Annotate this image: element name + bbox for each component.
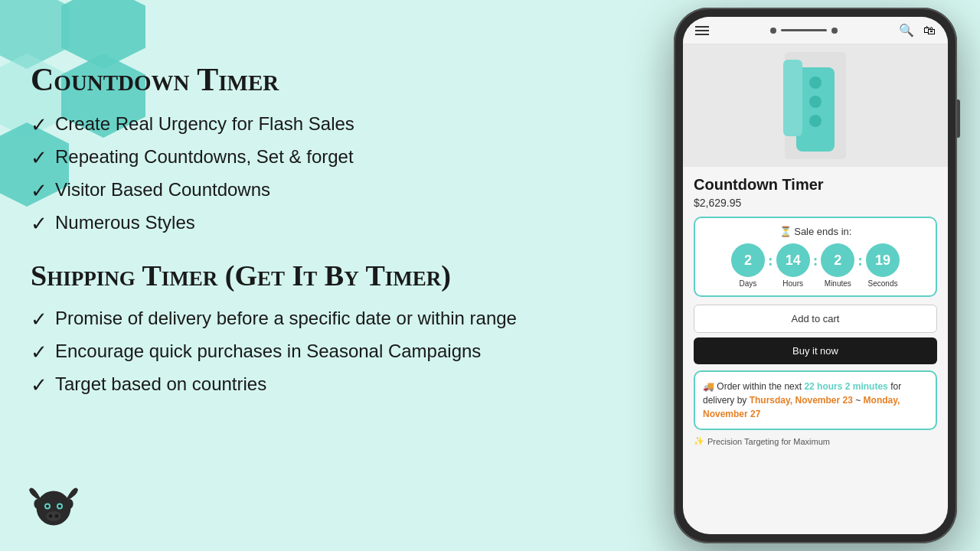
search-icon[interactable]: 🔍 — [899, 23, 914, 37]
checkmark-2: ✓ — [31, 146, 47, 170]
product-svg — [739, 52, 892, 159]
shipping-text-before: Order within the next — [717, 381, 802, 392]
minutes-label: Minutes — [825, 279, 851, 288]
phone-notch — [770, 28, 838, 34]
svg-point-3 — [46, 505, 49, 508]
bull-logo — [23, 474, 84, 536]
svg-point-7 — [55, 514, 59, 518]
shipping-timer-title: Shipping Timer (Get It By Timer) — [31, 259, 628, 292]
phone-screen: 🔍 🛍 — [683, 17, 948, 534]
svg-point-13 — [809, 96, 822, 108]
add-to-cart-button[interactable]: Add to cart — [694, 305, 937, 333]
feature-item-3: ✓ Visitor Based Countdowns — [31, 179, 628, 203]
countdown-hours: 14 Hours — [776, 243, 810, 288]
phone-frame: 🔍 🛍 — [674, 8, 957, 543]
feature-item-1: ✓ Create Real Urgency for Flash Sales — [31, 113, 628, 137]
minutes-circle: 2 — [821, 243, 854, 277]
countdown-feature-list: ✓ Create Real Urgency for Flash Sales ✓ … — [31, 113, 628, 236]
phone-side-button — [957, 99, 960, 138]
delivery-date-start: Thursday, November 23 — [750, 395, 853, 406]
precision-text: Precision Targeting for Maximum — [707, 437, 830, 446]
svg-point-8 — [34, 499, 41, 509]
countdown-seconds: 19 Seconds — [866, 243, 900, 288]
product-price: $2,629.95 — [694, 197, 937, 209]
shipping-time-highlight: 22 hours 2 minutes — [804, 381, 887, 392]
camera-dot — [770, 28, 776, 34]
countdown-days: 2 Days — [731, 243, 765, 288]
colon-3: : — [858, 252, 863, 269]
seconds-circle: 19 — [866, 243, 900, 277]
shipping-feature-item-2: ✓ Encourage quick purchases in Seasonal … — [31, 341, 628, 364]
svg-point-9 — [66, 499, 74, 509]
bag-icon[interactable]: 🛍 — [923, 24, 936, 37]
phone-top-bar: 🔍 🛍 — [683, 17, 948, 44]
shipping-widget: 🚚 Order within the next 22 hours 2 minut… — [694, 370, 937, 430]
colon-1: : — [768, 252, 773, 269]
svg-point-4 — [58, 505, 61, 508]
seconds-label: Seconds — [868, 279, 898, 288]
checkmark-1: ✓ — [31, 113, 47, 137]
hours-circle: 14 — [776, 243, 810, 277]
phone-container: 🔍 🛍 — [674, 8, 957, 543]
sensor-dot — [831, 28, 838, 34]
shipping-feature-item-1: ✓ Promise of delivery before a specific … — [31, 308, 628, 331]
countdown-widget: ⏳ Sale ends in: 2 Days : 14 Hours : — [694, 217, 937, 297]
speaker-line — [781, 29, 827, 31]
shipping-between: ~ — [855, 395, 863, 406]
hamburger-icon[interactable] — [695, 26, 709, 35]
feature-item-4: ✓ Numerous Styles — [31, 212, 628, 236]
countdown-header: ⏳ Sale ends in: — [701, 226, 929, 237]
days-circle: 2 — [731, 243, 765, 277]
checkmark-3: ✓ — [31, 179, 47, 203]
svg-point-12 — [809, 77, 822, 89]
buy-now-button[interactable]: Buy it now — [694, 337, 937, 364]
colon-2: : — [813, 252, 818, 269]
svg-point-6 — [49, 514, 53, 518]
countdown-timer-title: Countdown Timer — [31, 61, 628, 98]
star-emoji: ✨ — [694, 436, 704, 446]
shipping-feature-item-3: ✓ Target based on countries — [31, 373, 628, 397]
svg-rect-15 — [783, 60, 802, 136]
phone-content: Countdown Timer $2,629.95 ⏳ Sale ends in… — [683, 167, 948, 534]
shipping-checkmark-3: ✓ — [31, 373, 47, 397]
product-image-area — [683, 44, 948, 167]
hours-label: Hours — [782, 279, 803, 288]
left-content: Countdown Timer ✓ Create Real Urgency fo… — [31, 61, 628, 420]
feature-item-2: ✓ Repeating Countdowns, Set & forget — [31, 146, 628, 170]
countdown-minutes: 2 Minutes — [821, 243, 854, 288]
checkmark-4: ✓ — [31, 212, 47, 236]
shipping-text: 🚚 Order within the next 22 hours 2 minut… — [703, 380, 928, 421]
phone-nav-icons: 🔍 🛍 — [899, 23, 936, 37]
svg-point-14 — [809, 115, 822, 127]
days-label: Days — [740, 279, 757, 288]
shipping-feature-list: ✓ Promise of delivery before a specific … — [31, 308, 628, 397]
shipping-checkmark-1: ✓ — [31, 308, 47, 331]
product-title: Countdown Timer — [694, 176, 937, 194]
precision-row: ✨ Precision Targeting for Maximum — [694, 430, 937, 446]
svg-point-5 — [46, 511, 60, 521]
shipping-checkmark-2: ✓ — [31, 341, 47, 364]
countdown-numbers: 2 Days : 14 Hours : 2 Minutes — [701, 243, 929, 288]
truck-emoji: 🚚 — [703, 381, 717, 392]
